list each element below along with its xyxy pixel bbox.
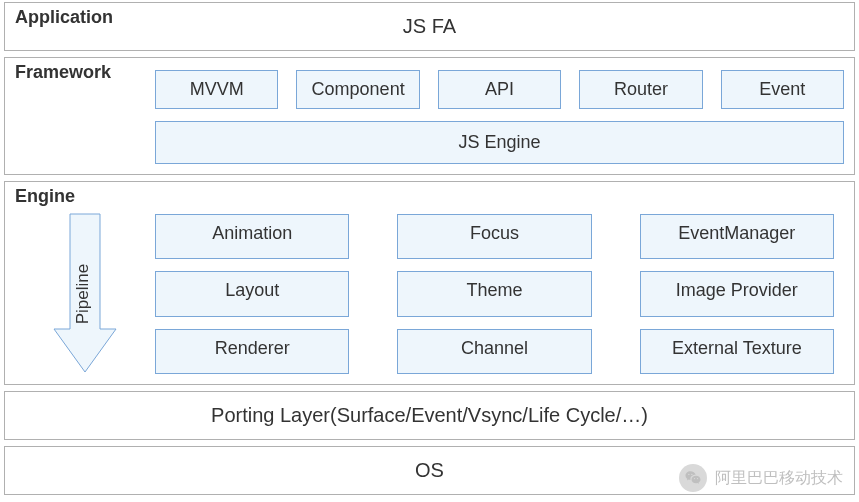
engine-box-eventmanager: EventManager — [640, 214, 834, 259]
engine-box-renderer: Renderer — [155, 329, 349, 374]
framework-box-mvvm: MVVM — [155, 70, 278, 109]
engine-box-imageprovider: Image Provider — [640, 271, 834, 316]
framework-box-event: Event — [721, 70, 844, 109]
layer-framework: Framework MVVM Component API Router Even… — [4, 57, 855, 175]
layer-engine: Engine Pipeline Animation Focus EventMan… — [4, 181, 855, 385]
layer-os: OS — [4, 446, 855, 495]
engine-box-channel: Channel — [397, 329, 591, 374]
engine-box-focus: Focus — [397, 214, 591, 259]
engine-box-layout: Layout — [155, 271, 349, 316]
framework-row: MVVM Component API Router Event — [155, 70, 844, 109]
engine-box-animation: Animation — [155, 214, 349, 259]
framework-box-component: Component — [296, 70, 419, 109]
layer-application: Application JS FA — [4, 2, 855, 51]
framework-box-router: Router — [579, 70, 702, 109]
layer-label-framework: Framework — [15, 62, 111, 83]
framework-box-api: API — [438, 70, 561, 109]
engine-box-theme: Theme — [397, 271, 591, 316]
framework-js-engine: JS Engine — [155, 121, 844, 164]
layer-label-engine: Engine — [15, 186, 75, 207]
application-title: JS FA — [15, 9, 844, 42]
engine-box-externaltexture: External Texture — [640, 329, 834, 374]
layer-porting: Porting Layer(Surface/Event/Vsync/Life C… — [4, 391, 855, 440]
pipeline-arrow: Pipeline — [15, 214, 155, 374]
engine-grid: Animation Focus EventManager Layout Them… — [155, 214, 844, 374]
layer-label-application: Application — [15, 7, 113, 28]
pipeline-label: Pipeline — [73, 264, 92, 325]
